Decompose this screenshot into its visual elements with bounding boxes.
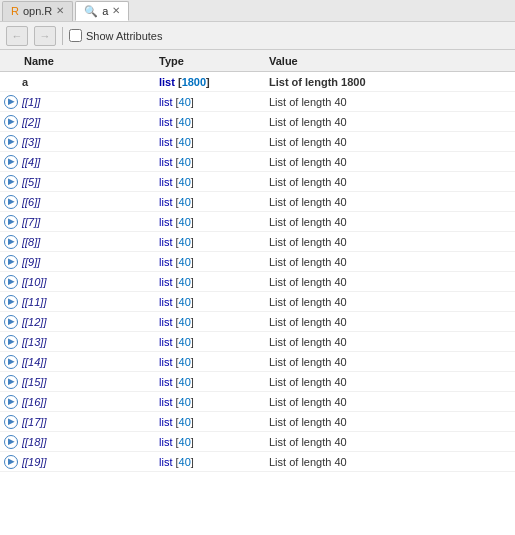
expand-button[interactable]: ▶ <box>4 115 18 129</box>
row-type-cell: list [40] <box>159 316 269 328</box>
row-type-cell: list [40] <box>159 356 269 368</box>
row-name-cell: ▶ [[15]] <box>4 375 159 389</box>
type-prefix: list <box>159 276 176 288</box>
table-row[interactable]: ▶ [[17]] list [40] List of length 40 <box>0 412 515 432</box>
table-row-root[interactable]: a list [1800] List of length 1800 <box>0 72 515 92</box>
type-number: 40 <box>179 156 191 168</box>
expand-button[interactable]: ▶ <box>4 95 18 109</box>
table-row[interactable]: ▶ [[4]] list [40] List of length 40 <box>0 152 515 172</box>
row-name-cell: ▶ [[9]] <box>4 255 159 269</box>
expand-button[interactable]: ▶ <box>4 135 18 149</box>
type-prefix: list <box>159 336 176 348</box>
expand-button[interactable]: ▶ <box>4 255 18 269</box>
row-type-cell: list [40] <box>159 196 269 208</box>
forward-button[interactable]: → <box>34 26 56 46</box>
table-row[interactable]: ▶ [[16]] list [40] List of length 40 <box>0 392 515 412</box>
tab-a[interactable]: 🔍 a ✕ <box>75 1 129 21</box>
table-row[interactable]: ▶ [[7]] list [40] List of length 40 <box>0 212 515 232</box>
expand-button[interactable]: ▶ <box>4 335 18 349</box>
row-value-cell: List of length 40 <box>269 256 511 268</box>
expand-button[interactable]: ▶ <box>4 215 18 229</box>
expand-button[interactable]: ▶ <box>4 355 18 369</box>
row-name-text: [[11]] <box>22 296 46 308</box>
row-type-cell: list [40] <box>159 236 269 248</box>
row-name-cell: ▶ [[18]] <box>4 435 159 449</box>
type-number: 40 <box>179 316 191 328</box>
type-prefix: list <box>159 456 176 468</box>
table-body[interactable]: a list [1800] List of length 1800 ▶ [[1]… <box>0 72 515 535</box>
table-row[interactable]: ▶ [[11]] list [40] List of length 40 <box>0 292 515 312</box>
type-prefix: list <box>159 316 176 328</box>
row-type-cell: list [40] <box>159 96 269 108</box>
expand-button[interactable]: ▶ <box>4 435 18 449</box>
row-value-cell: List of length 40 <box>269 136 511 148</box>
table-row[interactable]: ▶ [[15]] list [40] List of length 40 <box>0 372 515 392</box>
type-number: 40 <box>179 456 191 468</box>
type-bracket-close: ] <box>191 456 194 468</box>
table-row[interactable]: ▶ [[5]] list [40] List of length 40 <box>0 172 515 192</box>
type-bracket-close: ] <box>191 216 194 228</box>
table-row[interactable]: ▶ [[13]] list [40] List of length 40 <box>0 332 515 352</box>
table-row[interactable]: ▶ [[18]] list [40] List of length 40 <box>0 432 515 452</box>
table-row[interactable]: ▶ [[3]] list [40] List of length 40 <box>0 132 515 152</box>
row-value-cell: List of length 40 <box>269 456 511 468</box>
row-value-cell: List of length 40 <box>269 156 511 168</box>
row-name-cell: ▶ [[3]] <box>4 135 159 149</box>
back-button[interactable]: ← <box>6 26 28 46</box>
table-row[interactable]: ▶ [[1]] list [40] List of length 40 <box>0 92 515 112</box>
table-row[interactable]: ▶ [[10]] list [40] List of length 40 <box>0 272 515 292</box>
type-prefix: list <box>159 376 176 388</box>
type-prefix: list <box>159 256 176 268</box>
row-type-cell: list [40] <box>159 296 269 308</box>
expand-button[interactable]: ▶ <box>4 455 18 469</box>
type-prefix: list <box>159 196 176 208</box>
column-headers: Name Type Value <box>0 50 515 72</box>
type-prefix: list <box>159 436 176 448</box>
tab-a-close[interactable]: ✕ <box>112 6 120 16</box>
col-type-header: Type <box>159 55 269 67</box>
type-prefix: list <box>159 296 176 308</box>
row-value-cell: List of length 40 <box>269 336 511 348</box>
toolbar-divider <box>62 27 63 45</box>
table-row[interactable]: ▶ [[6]] list [40] List of length 40 <box>0 192 515 212</box>
expand-button[interactable]: ▶ <box>4 315 18 329</box>
type-bracket-close: ] <box>191 376 194 388</box>
row-name-text: [[4]] <box>22 156 40 168</box>
expand-button[interactable]: ▶ <box>4 235 18 249</box>
show-attributes-checkbox[interactable] <box>69 29 82 42</box>
table-row[interactable]: ▶ [[19]] list [40] List of length 40 <box>0 452 515 472</box>
root-row-type: list [1800] <box>159 76 269 88</box>
type-number: 40 <box>179 376 191 388</box>
table-row[interactable]: ▶ [[8]] list [40] List of length 40 <box>0 232 515 252</box>
row-type-cell: list [40] <box>159 116 269 128</box>
row-value-cell: List of length 40 <box>269 396 511 408</box>
expand-button[interactable]: ▶ <box>4 375 18 389</box>
tab-opn[interactable]: R opn.R ✕ <box>2 1 73 21</box>
expand-button[interactable]: ▶ <box>4 275 18 289</box>
row-type-cell: list [40] <box>159 136 269 148</box>
tab-opn-close[interactable]: ✕ <box>56 6 64 16</box>
row-value-cell: List of length 40 <box>269 316 511 328</box>
expand-button[interactable]: ▶ <box>4 175 18 189</box>
expand-button[interactable]: ▶ <box>4 295 18 309</box>
table-row[interactable]: ▶ [[9]] list [40] List of length 40 <box>0 252 515 272</box>
row-name-text: [[14]] <box>22 356 46 368</box>
row-name-cell: ▶ [[6]] <box>4 195 159 209</box>
row-name-cell: ▶ [[19]] <box>4 455 159 469</box>
expand-button[interactable]: ▶ <box>4 395 18 409</box>
row-name-text: [[9]] <box>22 256 40 268</box>
row-name-text: [[8]] <box>22 236 40 248</box>
expand-button[interactable]: ▶ <box>4 155 18 169</box>
show-attributes-checkbox-label[interactable]: Show Attributes <box>69 29 162 42</box>
row-type-cell: list [40] <box>159 396 269 408</box>
type-number: 40 <box>179 196 191 208</box>
expand-button[interactable]: ▶ <box>4 195 18 209</box>
row-name-cell: ▶ [[1]] <box>4 95 159 109</box>
type-bracket-close: ] <box>191 176 194 188</box>
table-row[interactable]: ▶ [[12]] list [40] List of length 40 <box>0 312 515 332</box>
table-row[interactable]: ▶ [[14]] list [40] List of length 40 <box>0 352 515 372</box>
table-row[interactable]: ▶ [[2]] list [40] List of length 40 <box>0 112 515 132</box>
row-name-text: [[3]] <box>22 136 40 148</box>
type-number: 40 <box>179 176 191 188</box>
expand-button[interactable]: ▶ <box>4 415 18 429</box>
